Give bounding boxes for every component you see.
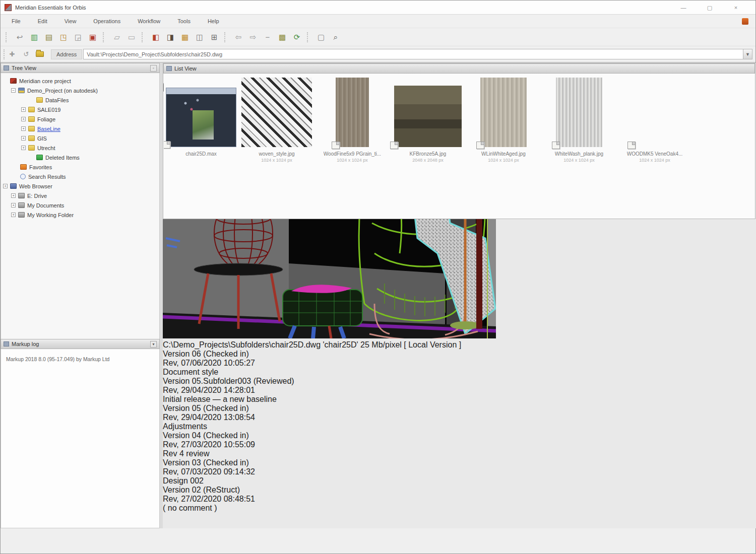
navigation-pane: Tree View ▫ Meridian core project − Demo… bbox=[1, 63, 160, 528]
cad-thumbnail-image bbox=[166, 88, 236, 147]
thumbnail-item[interactable]: woven_style.jpg 1024 x 1024 px bbox=[241, 78, 312, 163]
toolbar-separator bbox=[103, 32, 105, 42]
back-icon[interactable]: ⇦ bbox=[234, 33, 243, 42]
history-icon[interactable]: ↺ bbox=[22, 50, 31, 59]
tree-item-sale019[interactable]: + SALE019 bbox=[1, 105, 159, 114]
expander-icon[interactable]: + bbox=[11, 193, 16, 198]
check-out-icon[interactable]: ◧ bbox=[151, 33, 160, 42]
menu-operations[interactable]: Operations bbox=[91, 17, 122, 26]
menu-view[interactable]: View bbox=[62, 17, 79, 26]
tree-pin-icon[interactable]: ▫ bbox=[150, 65, 157, 72]
move-icon[interactable]: ✚ bbox=[8, 50, 17, 59]
menu-edit[interactable]: Edit bbox=[36, 17, 49, 26]
expander-icon[interactable]: + bbox=[21, 136, 26, 141]
texture-thumbnail-image bbox=[336, 78, 369, 147]
document-overlay-icon bbox=[627, 142, 636, 149]
version-card[interactable]: Version 04 (Checked in) Rev, 27/03/2020 … bbox=[163, 431, 756, 458]
menu-help[interactable]: Help bbox=[206, 17, 221, 26]
copy-icon[interactable]: ▭ bbox=[127, 33, 136, 42]
search-icon bbox=[20, 174, 26, 179]
toolbar-grip[interactable] bbox=[6, 32, 8, 42]
tree-item-baseline[interactable]: + BaseLine bbox=[1, 124, 159, 133]
export-folder-icon[interactable]: ◲ bbox=[74, 33, 83, 42]
briefcase-icon[interactable]: ▩ bbox=[278, 33, 287, 42]
properties-icon[interactable]: ▢ bbox=[317, 33, 326, 42]
thumbnail-grid: chair25D.max woven_style.jpg 1024 x 1024… bbox=[164, 74, 748, 201]
address-bar: ✚ ↺ Address ▼ bbox=[1, 46, 755, 63]
thumbnail-item[interactable]: chair25D.max bbox=[166, 78, 236, 163]
addressbar-grip[interactable] bbox=[4, 49, 6, 59]
new-version-icon[interactable]: ◫ bbox=[195, 33, 204, 42]
vault-icon bbox=[18, 88, 25, 93]
tree-item-datafiles[interactable]: DataFiles bbox=[1, 95, 159, 105]
expander-icon[interactable]: + bbox=[11, 203, 16, 207]
menu-workflow[interactable]: Workflow bbox=[136, 17, 162, 26]
tree-item-e-drive[interactable]: + E: Drive bbox=[1, 191, 159, 200]
preview-file-caption: C:\Demo_Projects\Subfolders\chair25D.dwg… bbox=[163, 340, 756, 350]
my-documents-icon bbox=[18, 202, 25, 208]
revisions-icon[interactable]: ▦ bbox=[180, 33, 190, 42]
maximize-button-icon[interactable]: ▢ bbox=[703, 3, 716, 12]
tree-item-gis[interactable]: + GIS bbox=[1, 133, 159, 143]
expander-icon[interactable]: + bbox=[3, 184, 8, 188]
version-card[interactable]: Version 02 (ReStruct) Rev, 27/02/2020 08… bbox=[163, 486, 756, 513]
drive-icon bbox=[18, 193, 25, 198]
find-icon[interactable]: ⌕ bbox=[331, 33, 340, 42]
version-card[interactable]: Version 05 (Checked in) Rev, 29/04/2020 … bbox=[163, 404, 756, 431]
expander-icon[interactable]: − bbox=[11, 88, 16, 93]
forward-icon[interactable]: ⇨ bbox=[248, 33, 258, 42]
deleted-items-icon bbox=[36, 155, 43, 160]
import-folder-icon[interactable]: ◳ bbox=[59, 33, 68, 42]
tree-item-favorites[interactable]: Favorites bbox=[1, 162, 159, 172]
cut-icon[interactable]: ▱ bbox=[112, 33, 121, 42]
tree-item-my-documents[interactable]: + My Documents bbox=[1, 200, 159, 210]
expander-icon[interactable]: + bbox=[21, 107, 26, 112]
address-dropdown-icon[interactable]: ▼ bbox=[743, 49, 752, 59]
tree-item-deleted-items[interactable]: Deleted Items bbox=[1, 153, 159, 162]
version-card[interactable]: Version 03 (Checked in) Rev, 07/03/2020 … bbox=[163, 458, 756, 486]
expander-icon[interactable]: + bbox=[21, 126, 26, 131]
version-card[interactable]: Version 05.Subfolder003 (Reviewed) Rev, … bbox=[163, 377, 756, 404]
tree-item-my-working-folder[interactable]: + My Working Folder bbox=[1, 210, 159, 220]
delete-document-icon[interactable]: ▣ bbox=[88, 33, 97, 42]
markup-log-icon bbox=[4, 341, 9, 347]
remove-icon[interactable]: − bbox=[263, 33, 272, 42]
menu-file[interactable]: File bbox=[10, 17, 23, 26]
thumbnail-item[interactable]: WoodFine5x9 PGrain_ti... 1024 x 1024 px bbox=[317, 78, 388, 163]
thumbnail-item[interactable]: WLinWhiteAged.jpg 1024 x 1024 px bbox=[468, 78, 539, 163]
address-folder-icon[interactable] bbox=[36, 51, 44, 57]
toolbar-separator bbox=[142, 32, 144, 42]
refresh-icon[interactable]: ⟳ bbox=[292, 33, 301, 42]
markup-expand-icon[interactable]: ▾ bbox=[150, 341, 157, 348]
expander-icon[interactable]: + bbox=[11, 213, 16, 217]
markup-log-content: Markup 2018 8.0 (95-17.049) by Markup Lt… bbox=[1, 349, 160, 528]
new-document-icon[interactable]: ▥ bbox=[30, 33, 39, 42]
tree-item-utrecht[interactable]: + Utrecht bbox=[1, 143, 159, 153]
window-title: Meridian Essentials for Orbis bbox=[15, 5, 86, 11]
document-overlay-icon bbox=[552, 142, 560, 149]
expander-icon[interactable]: + bbox=[21, 146, 26, 150]
address-input[interactable] bbox=[83, 49, 743, 59]
check-in-icon[interactable]: ◨ bbox=[166, 33, 175, 42]
tree-item-project[interactable]: − Demo_Project (on autodesk) bbox=[1, 86, 159, 95]
thumbnail-item[interactable]: WOODMK5 VeneOak4... 1024 x 1024 px bbox=[619, 78, 690, 163]
thumbnail-item[interactable]: KFBronze5A.jpg 2048 x 2048 px bbox=[393, 78, 463, 163]
tree-item-search-results[interactable]: Search Results bbox=[1, 172, 159, 181]
thumbnail-item[interactable]: WhiteWash_plank.jpg 1024 x 1024 px bbox=[544, 78, 614, 163]
tree-view-icon bbox=[4, 65, 9, 71]
open-vault-icon[interactable]: ▤ bbox=[44, 33, 53, 42]
menu-tools[interactable]: Tools bbox=[175, 17, 193, 26]
version-card[interactable]: Version 06 (Checked in) Rev, 07/06/2020 … bbox=[163, 350, 756, 377]
tree-item-root[interactable]: Meridian core project bbox=[1, 76, 159, 86]
undo-icon[interactable]: ↩ bbox=[15, 33, 24, 42]
link-document-icon[interactable]: ⊞ bbox=[210, 33, 219, 42]
minimize-button-icon[interactable]: — bbox=[677, 3, 690, 12]
tree-item-foliage[interactable]: + Foliage bbox=[1, 114, 159, 124]
texture-thumbnail-image bbox=[394, 86, 462, 147]
list-view-title: List View bbox=[174, 65, 197, 72]
folder-tree: Meridian core project − Demo_Project (on… bbox=[1, 73, 160, 339]
expander-icon[interactable]: + bbox=[21, 117, 26, 121]
tree-item-web-browser[interactable]: + Web Browser bbox=[1, 181, 159, 191]
toolbar-separator bbox=[307, 32, 309, 42]
close-button-icon[interactable]: × bbox=[729, 3, 742, 12]
